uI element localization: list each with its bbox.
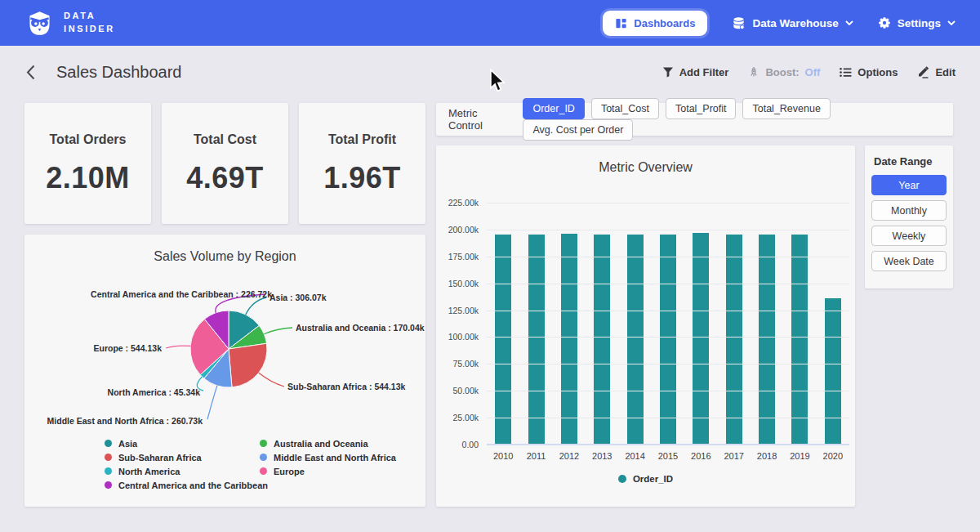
bar-slot bbox=[652, 203, 684, 445]
legend-dot bbox=[105, 454, 112, 461]
pie-slice-sub-saharan-africa bbox=[229, 343, 267, 387]
metric-button-total-revenue[interactable]: Total_Revenue bbox=[742, 98, 830, 119]
legend-label: Middle East and North Africa bbox=[274, 453, 396, 463]
legend-label: Asia bbox=[118, 439, 137, 449]
edit-button[interactable]: Edit bbox=[917, 65, 956, 78]
kpi-title: Total Orders bbox=[24, 132, 151, 147]
boost-toggle[interactable]: Boost:Off bbox=[748, 66, 820, 78]
pie-callout-line bbox=[264, 328, 292, 334]
options-button[interactable]: Options bbox=[840, 66, 898, 78]
kpi-card-total-profit: Total Profit1.96T bbox=[299, 103, 425, 224]
bar-slot bbox=[718, 203, 751, 445]
y-tick-label: 100.00k bbox=[436, 332, 479, 342]
legend-dot bbox=[618, 475, 626, 483]
pie-callout-line bbox=[246, 297, 266, 315]
pencil-icon bbox=[917, 65, 929, 78]
bar-2013 bbox=[594, 235, 610, 445]
bar-2018 bbox=[759, 235, 775, 445]
metric-button-order-id[interactable]: Order_ID bbox=[523, 98, 584, 119]
gridline bbox=[487, 284, 849, 284]
gridline bbox=[487, 311, 849, 311]
metric-button-total-cost[interactable]: Total_Cost bbox=[591, 98, 659, 119]
kpi-title: Total Profit bbox=[299, 132, 425, 147]
x-tick-label: 2015 bbox=[652, 451, 684, 461]
legend-label: Sub-Saharan Africa bbox=[118, 453, 202, 463]
y-tick-label: 25.00k bbox=[436, 413, 479, 422]
pie-label-sub-saharan-africa: Sub-Saharan Africa : 544.13k bbox=[287, 382, 405, 391]
pie-chart: Asia : 306.07kAustralia and Oceania : 17… bbox=[24, 267, 425, 435]
x-tick-label: 2020 bbox=[817, 451, 849, 461]
back-button[interactable] bbox=[24, 63, 37, 82]
kpi-value: 2.10M bbox=[24, 161, 151, 195]
legend-dot bbox=[105, 481, 112, 489]
add-filter-button[interactable]: Add Filter bbox=[662, 66, 729, 78]
bar-2019 bbox=[791, 235, 808, 445]
bar-2020 bbox=[825, 298, 841, 445]
filter-funnel-icon bbox=[662, 66, 674, 78]
y-tick-label: 200.00k bbox=[436, 225, 479, 235]
date-range-button-monthly[interactable]: Monthly bbox=[871, 200, 947, 221]
pie-legend: AsiaSub-Saharan AfricaNorth AmericaCentr… bbox=[80, 436, 425, 492]
brand-logo[interactable]: DATA INSIDER bbox=[24, 8, 115, 38]
gridline bbox=[487, 230, 849, 230]
date-range-button-year[interactable]: Year bbox=[871, 175, 947, 195]
pie-label-central-america-and-the-caribbean: Central America and the Caribbean : 226.… bbox=[91, 289, 272, 299]
pie-label-asia: Asia : 306.07k bbox=[270, 293, 327, 302]
legend-label: Europe bbox=[274, 467, 305, 476]
pie-callout-line bbox=[259, 373, 284, 387]
kpi-value: 4.69T bbox=[162, 161, 288, 195]
brand-text: DATA INSIDER bbox=[64, 10, 115, 36]
metric-control-card: Metric Control Order_IDTotal_CostTotal_P… bbox=[436, 103, 953, 136]
gridline bbox=[487, 203, 849, 203]
bar-chart-card: Metric Overview 0.0025.00k50.00k75.00k10… bbox=[436, 145, 855, 507]
bar-slot bbox=[783, 203, 816, 445]
bar-2012 bbox=[561, 234, 577, 445]
y-tick-label: 175.00k bbox=[436, 252, 479, 262]
x-tick-label: 2011 bbox=[519, 451, 552, 461]
bar-slot bbox=[586, 203, 618, 445]
legend-item-central-america-and-the-caribbean: Central America and the Caribbean bbox=[105, 478, 425, 492]
data-warehouse-label: Data Warehouse bbox=[752, 17, 838, 29]
bar-slot bbox=[817, 203, 849, 445]
legend-item-europe: Europe bbox=[260, 464, 396, 478]
gridline bbox=[487, 418, 849, 418]
legend-label: Central America and the Caribbean bbox=[118, 481, 268, 490]
metric-button-avg-cost-per-order[interactable]: Avg. Cost per Order bbox=[523, 119, 633, 141]
y-tick-label: 225.00k bbox=[436, 198, 479, 208]
kpi-card-total-cost: Total Cost4.69T bbox=[162, 103, 288, 224]
metric-button-total-profit[interactable]: Total_Profit bbox=[666, 98, 737, 119]
pie-legend-column: Australia and OceaniaMiddle East and Nor… bbox=[235, 436, 396, 478]
bar-slot bbox=[553, 203, 586, 445]
bar-legend: Order_ID bbox=[436, 474, 855, 484]
bar-slot bbox=[684, 203, 717, 445]
boost-value: Off bbox=[805, 66, 821, 78]
kpi-card-total-orders: Total Orders2.10M bbox=[24, 103, 151, 224]
pie-chart-card: Sales Volume by Region Asia : 306.07kAus… bbox=[24, 235, 425, 507]
page-header: Sales Dashboard Add Filter Boost:Off Opt… bbox=[0, 46, 980, 98]
page-title: Sales Dashboard bbox=[56, 63, 181, 82]
legend-dot bbox=[105, 467, 112, 475]
legend-dot bbox=[260, 440, 267, 447]
pie-label-north-america: North America : 45.34k bbox=[108, 387, 201, 397]
x-tick-label: 2010 bbox=[487, 451, 519, 461]
data-warehouse-menu[interactable]: Data Warehouse bbox=[732, 16, 853, 30]
metric-buttons: Order_IDTotal_CostTotal_ProfitTotal_Reve… bbox=[523, 98, 941, 141]
chevron-down-icon bbox=[845, 20, 853, 25]
chevron-down-icon bbox=[947, 20, 956, 25]
legend-item-australia-and-oceania: Australia and Oceania bbox=[260, 436, 396, 450]
bars bbox=[487, 203, 849, 445]
bar-chart-title: Metric Overview bbox=[436, 160, 855, 175]
settings-menu[interactable]: Settings bbox=[878, 16, 956, 29]
navbar: DATA INSIDER Dashboards Data Warehouse bbox=[0, 0, 980, 46]
legend-dot bbox=[260, 454, 267, 461]
legend-label: North America bbox=[118, 467, 180, 476]
dashboards-button[interactable]: Dashboards bbox=[603, 11, 707, 36]
gridline bbox=[487, 391, 849, 391]
date-range-button-week-date[interactable]: Week Date bbox=[871, 251, 947, 271]
bar-2010 bbox=[495, 235, 511, 445]
pie-label-middle-east-and-north-africa: Middle East and North Africa : 260.73k bbox=[47, 416, 203, 426]
pie-callout-line bbox=[166, 346, 190, 348]
y-tick-label: 150.00k bbox=[436, 279, 479, 288]
x-tick-label: 2013 bbox=[586, 451, 618, 461]
date-range-button-weekly[interactable]: Weekly bbox=[871, 226, 947, 246]
